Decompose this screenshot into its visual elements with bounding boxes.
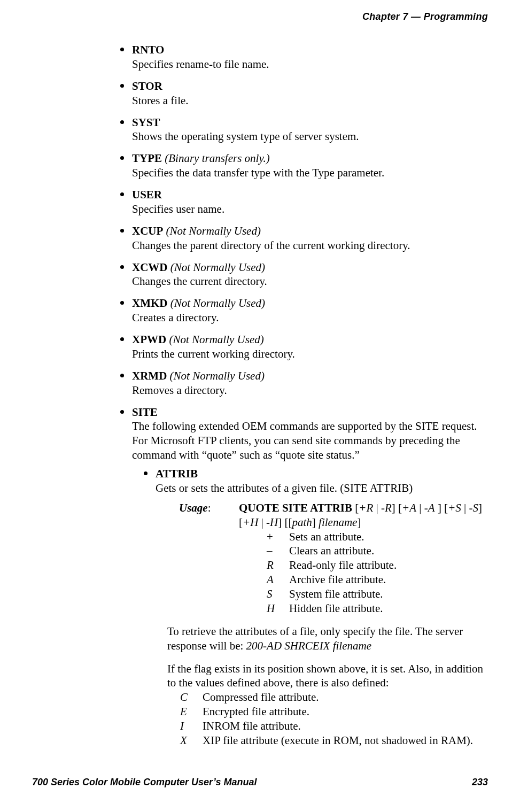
page-header: Chapter 7 — Programming xyxy=(362,11,488,23)
cmd-name: XRMD xyxy=(132,369,167,382)
flag-key: C xyxy=(180,690,203,705)
attrib-flag2-table: C Compressed file attribute. E Encrypted… xyxy=(167,690,492,748)
flag-row: R Read-only file attribute. xyxy=(267,558,492,573)
flag-row: I INROM file attribute. xyxy=(180,719,492,733)
cmd-site: SITE The following extended OEM commands… xyxy=(120,405,492,748)
cmd-note: (Not Normally Used) xyxy=(170,297,265,310)
flag-key: + xyxy=(267,530,289,544)
cmd-name: XCUP xyxy=(132,225,163,237)
cmd-note: (Not Normally Used) xyxy=(170,261,265,274)
cmd-note: (Not Normally Used) xyxy=(169,333,263,346)
cmd-name: STOR xyxy=(132,80,162,92)
cmd-name: TYPE xyxy=(132,152,162,165)
command-list: RNTO Specifies rename-to file name. STOR… xyxy=(120,43,492,748)
flag-key: R xyxy=(267,558,289,573)
attrib-retrieve-example: 200-AD SHRCEIX filename xyxy=(246,639,371,652)
flag-row: E Encrypted file attribute. xyxy=(180,705,492,719)
cmd-name: XMKD xyxy=(132,297,168,310)
usage-args-line1: [+R | -R] [+A | -A ] [+S | -S] xyxy=(355,501,482,514)
cmd-desc: Prints the current working directory. xyxy=(132,347,295,360)
cmd-desc: Stores a file. xyxy=(132,94,189,107)
cmd-xcup: XCUP (Not Normally Used) Changes the par… xyxy=(120,224,492,253)
cmd-name: SITE xyxy=(132,406,158,419)
flag-desc: XIP file attribute (execute in ROM, not … xyxy=(203,733,492,748)
cmd-name: ATTRIB xyxy=(156,467,198,480)
cmd-desc: The following extended OEM commands are … xyxy=(132,420,477,461)
flag-row: X XIP file attribute (execute in ROM, no… xyxy=(180,733,492,748)
attrib-flag-table: + Sets an attribute. – Clears an attribu… xyxy=(239,530,492,616)
flag-row: S System file attribute. xyxy=(267,587,492,601)
flag-row: H Hidden file attribute. xyxy=(267,601,492,616)
flag-row: C Compressed file attribute. xyxy=(180,690,492,705)
header-dash: — xyxy=(411,11,421,22)
flag-row: – Clears an attribute. xyxy=(267,544,492,558)
flag-desc: Sets an attribute. xyxy=(289,530,492,544)
attrib-also-text: If the flag exists in its position shown… xyxy=(167,662,483,690)
cmd-note: (Not Normally Used) xyxy=(166,225,261,237)
cmd-syst: SYST Shows the operating system type of … xyxy=(120,115,492,144)
section-title: Programming xyxy=(424,11,488,22)
cmd-name: SYST xyxy=(132,116,160,129)
flag-desc: Hidden file attribute. xyxy=(289,601,492,616)
chapter-number: 7 xyxy=(402,11,408,22)
flag-key: S xyxy=(267,587,289,601)
cmd-desc: Creates a directory. xyxy=(132,311,219,324)
flag-key: – xyxy=(267,544,289,558)
cmd-name: RNTO xyxy=(132,43,164,56)
cmd-xmkd: XMKD (Not Normally Used) Creates a direc… xyxy=(120,296,492,325)
flag-desc: Archive file attribute. xyxy=(289,573,492,587)
usage-body: QUOTE SITE ATTRIB [+R | -R] [+A | -A ] [… xyxy=(239,501,492,616)
cmd-xpwd: XPWD (Not Normally Used) Prints the curr… xyxy=(120,332,492,361)
flag-key: H xyxy=(267,601,289,616)
usage-args-line2: [+H | -H] [[path] filename] xyxy=(239,516,361,529)
chapter-label: Chapter xyxy=(362,11,400,22)
cmd-note: (Not Normally Used) xyxy=(170,369,265,382)
cmd-desc: Specifies user name. xyxy=(132,203,224,215)
flag-desc: Encrypted file attribute. xyxy=(203,705,492,719)
cmd-note: (Binary transfers only.) xyxy=(165,152,270,165)
cmd-desc: Changes the current directory. xyxy=(132,275,267,288)
cmd-xcwd: XCWD (Not Normally Used) Changes the cur… xyxy=(120,260,492,289)
flag-desc: System file attribute. xyxy=(289,587,492,601)
footer-page-number: 233 xyxy=(472,776,488,788)
flag-key: X xyxy=(180,733,203,748)
usage-label: Usage xyxy=(179,501,208,514)
cmd-desc: Specifies the data transfer type with th… xyxy=(132,166,384,179)
cmd-attrib: ATTRIB Gets or sets the attributes of a … xyxy=(144,467,492,748)
flag-desc: INROM file attribute. xyxy=(203,719,492,733)
cmd-stor: STOR Stores a file. xyxy=(120,79,492,108)
flag-desc: Compressed file attribute. xyxy=(203,690,492,705)
cmd-desc: Shows the operating system type of serve… xyxy=(132,130,359,143)
cmd-name: XCWD xyxy=(132,261,168,274)
page-content: RNTO Specifies rename-to file name. STOR… xyxy=(120,43,492,755)
flag-desc: Read-only file attribute. xyxy=(289,558,492,573)
attrib-retrieve-para: To retrieve the attributes of a file, on… xyxy=(156,624,492,653)
flag-key: I xyxy=(180,719,203,733)
cmd-desc: Gets or sets the attributes of a given f… xyxy=(156,482,413,494)
footer-manual-title: 700 Series Color Mobile Computer User’s … xyxy=(32,776,257,788)
attrib-usage: Usage: QUOTE SITE ATTRIB [+R | -R] [+A |… xyxy=(156,501,492,616)
flag-desc: Clears an attribute. xyxy=(289,544,492,558)
flag-row: A Archive file attribute. xyxy=(267,573,492,587)
cmd-user: USER Specifies user name. xyxy=(120,188,492,216)
cmd-desc: Specifies rename-to file name. xyxy=(132,58,269,71)
cmd-xrmd: XRMD (Not Normally Used) Removes a direc… xyxy=(120,369,492,398)
cmd-rnto: RNTO Specifies rename-to file name. xyxy=(120,43,492,72)
cmd-name: XPWD xyxy=(132,333,166,346)
cmd-desc: Changes the parent directory of the curr… xyxy=(132,239,410,252)
cmd-desc: Removes a directory. xyxy=(132,384,227,397)
attrib-also-defined: If the flag exists in its position shown… xyxy=(156,662,492,748)
flag-key: A xyxy=(267,573,289,587)
site-subcommands: ATTRIB Gets or sets the attributes of a … xyxy=(132,467,492,748)
cmd-name: USER xyxy=(132,188,162,201)
usage-command: QUOTE SITE ATTRIB xyxy=(239,501,352,514)
cmd-type: TYPE (Binary transfers only.) Specifies … xyxy=(120,151,492,180)
flag-row: + Sets an attribute. xyxy=(267,530,492,544)
flag-key: E xyxy=(180,705,203,719)
